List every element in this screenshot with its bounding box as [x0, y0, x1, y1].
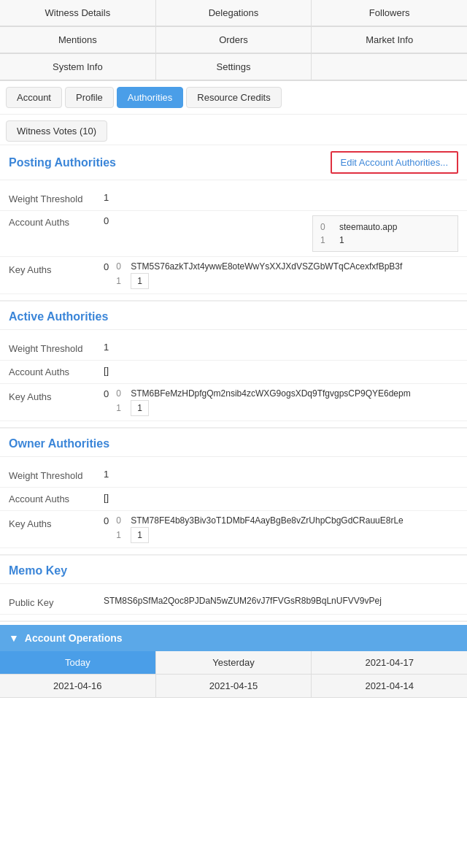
nav-row-1: Witness Details Delegations Followers [0, 0, 467, 27]
posting-account-auth-index-1: 1 [320, 235, 331, 245]
posting-account-auth-val-0: steemauto.app [339, 222, 397, 232]
tab-witness-votes[interactable]: Witness Votes (10) [6, 120, 107, 142]
posting-weight-threshold-row: Weight Threshold 1 [0, 188, 467, 211]
posting-key-auth-key-0: STM5S76azkTJxt4ywwE8oteWwYsXXJXdVSZGbWTq… [131, 261, 402, 272]
memo-public-key-label: Public Key [9, 596, 104, 608]
owner-key-auth-box-1: 1 [131, 527, 149, 543]
active-authorities-section: Active Authorities Weight Threshold 1 Ac… [0, 304, 467, 429]
tab-resource-credits[interactable]: Resource Credits [186, 87, 281, 108]
active-key-auth-box-1: 1 [131, 400, 149, 416]
nav-orders[interactable]: Orders [156, 27, 312, 53]
tab-account[interactable]: Account [6, 87, 62, 108]
owner-key-auth-row-1: 1 1 [116, 527, 404, 543]
ops-tab-2021-04-15[interactable]: 2021-04-15 [156, 675, 312, 697]
owner-key-auths-count: 0 [104, 515, 109, 526]
posting-weight-threshold-label: Weight Threshold [9, 192, 104, 204]
active-key-auth-key-0: STM6BFeMzHDpfgQm2nsib4zcWXG9ogsXDq9Tfgvg… [131, 388, 410, 399]
active-account-auths-row: Account Auths [] [0, 361, 467, 384]
ops-tab-yesterday[interactable]: Yesterday [156, 651, 312, 674]
posting-authorities-section: Posting Authorities Edit Account Authori… [0, 145, 467, 302]
nav-witness-details[interactable]: Witness Details [0, 0, 156, 26]
account-operations-header: ▼ Account Operations [0, 625, 467, 651]
active-weight-threshold-label: Weight Threshold [9, 342, 104, 354]
ops-tab-2021-04-17[interactable]: 2021-04-17 [312, 651, 467, 674]
ops-tab-today[interactable]: Today [0, 651, 156, 674]
nav-followers[interactable]: Followers [312, 0, 467, 26]
edit-account-authorities-button[interactable]: Edit Account Authorities... [331, 151, 458, 174]
memo-title: Memo Key [9, 564, 67, 577]
nav-row-3: System Info Settings [0, 54, 467, 81]
posting-account-auth-row-0: 0 steemauto.app [320, 220, 450, 234]
memo-header: Memo Key [0, 558, 467, 584]
posting-key-auths-count: 0 [104, 261, 109, 272]
active-title: Active Authorities [9, 310, 108, 323]
owner-authorities-section: Owner Authorities Weight Threshold 1 Acc… [0, 431, 467, 556]
active-header: Active Authorities [0, 304, 467, 330]
active-key-auths-label: Key Auths [9, 388, 104, 402]
nav-top: Witness Details Delegations Followers Me… [0, 0, 467, 81]
tab-authorities[interactable]: Authorities [117, 87, 183, 108]
posting-account-auth-val-1: 1 [339, 235, 344, 245]
owner-key-auth-num-0: 0 [116, 515, 126, 526]
posting-key-auth-num-0: 0 [116, 261, 126, 272]
posting-account-auth-row-1: 1 1 [320, 234, 450, 247]
owner-header: Owner Authorities [0, 431, 467, 457]
posting-key-auth-num-1: 1 [116, 276, 126, 286]
owner-weight-threshold-label: Weight Threshold [9, 469, 104, 481]
posting-account-auths-label: Account Auths [9, 215, 104, 228]
active-key-auth-row-1: 1 1 [116, 400, 410, 416]
posting-key-auth-row-0: 0 STM5S76azkTJxt4ywwE8oteWwYsXXJXdVSZGbW… [116, 261, 402, 272]
nav-delegations[interactable]: Delegations [156, 0, 312, 26]
active-key-auths-table: 0 STM6BFeMzHDpfgQm2nsib4zcWXG9ogsXDq9Tfg… [116, 388, 410, 416]
nav-system-info[interactable]: System Info [0, 54, 156, 80]
owner-key-auth-num-1: 1 [116, 530, 126, 540]
posting-key-auth-row-1: 1 1 [116, 273, 402, 289]
posting-header: Posting Authorities Edit Account Authori… [0, 145, 467, 180]
posting-account-auth-index-0: 0 [320, 222, 331, 232]
posting-title: Posting Authorities [9, 156, 116, 169]
posting-account-auths-count: 0 [104, 215, 302, 226]
main-tabs: Account Profile Authorities Resource Cre… [0, 81, 467, 115]
owner-account-auths-row: Account Auths [] [0, 488, 467, 511]
owner-account-auths-label: Account Auths [9, 492, 104, 504]
nav-row-2: Mentions Orders Market Info [0, 27, 467, 54]
active-weight-threshold-value: 1 [104, 342, 458, 353]
posting-key-auths-table: 0 STM5S76azkTJxt4ywwE8oteWwYsXXJXdVSZGbW… [116, 261, 402, 289]
posting-account-auths-row: Account Auths 0 0 steemauto.app 1 1 [0, 211, 467, 257]
owner-account-auths-value: [] [104, 492, 458, 503]
active-key-auth-num-1: 1 [116, 403, 126, 413]
ops-tab-2021-04-16[interactable]: 2021-04-16 [0, 675, 156, 697]
active-key-auth-row-0: 0 STM6BFeMzHDpfgQm2nsib4zcWXG9ogsXDq9Tfg… [116, 388, 410, 399]
nav-settings[interactable]: Settings [156, 54, 312, 80]
ops-tabs: Today Yesterday 2021-04-17 [0, 651, 467, 675]
active-account-auths-value: [] [104, 365, 458, 376]
nav-market-info[interactable]: Market Info [312, 27, 467, 53]
owner-title: Owner Authorities [9, 437, 109, 450]
posting-key-auths-label: Key Auths [9, 261, 104, 275]
ops-tab-2021-04-14[interactable]: 2021-04-14 [312, 675, 467, 697]
nav-mentions[interactable]: Mentions [0, 27, 156, 53]
account-operations-section: ▼ Account Operations Today Yesterday 202… [0, 625, 467, 698]
active-weight-threshold-row: Weight Threshold 1 [0, 337, 467, 361]
owner-key-auths-label: Key Auths [9, 515, 104, 529]
memo-public-key-row: Public Key STM8S6pSfMa2Qoc8PJDaN5wZUM26v… [0, 591, 467, 615]
posting-key-auths-row: Key Auths 0 0 STM5S76azkTJxt4ywwE8oteWwY… [0, 257, 467, 294]
posting-account-auths-table: 0 steemauto.app 1 1 [312, 215, 458, 252]
active-account-auths-label: Account Auths [9, 365, 104, 377]
owner-key-auths-table: 0 STM78FE4b8y3Biv3oT1DMbF4AayBgBe8vZrUhp… [116, 515, 404, 543]
owner-key-auths-row: Key Auths 0 0 STM78FE4b8y3Biv3oT1DMbF4Aa… [0, 511, 467, 548]
memo-public-key-value: STM8S6pSfMa2Qoc8PJDaN5wZUM26vJ7fFVGsR8b9… [104, 596, 458, 606]
owner-weight-threshold-value: 1 [104, 469, 458, 480]
memo-key-section: Memo Key Public Key STM8S6pSfMa2Qoc8PJDa… [0, 558, 467, 622]
owner-key-auth-row-0: 0 STM78FE4b8y3Biv3oT1DMbF4AayBgBe8vZrUhp… [116, 515, 404, 526]
active-key-auths-row: Key Auths 0 0 STM6BFeMzHDpfgQm2nsib4zcWX… [0, 384, 467, 421]
owner-weight-threshold-row: Weight Threshold 1 [0, 464, 467, 488]
account-operations-title: Account Operations [25, 632, 123, 644]
posting-key-auth-box-1: 1 [131, 273, 149, 289]
ops-bottom-tabs: 2021-04-16 2021-04-15 2021-04-14 [0, 675, 467, 698]
owner-key-auth-key-0: STM78FE4b8y3Biv3oT1DMbF4AayBgBe8vZrUhpCb… [131, 515, 404, 526]
witness-votes-tab-row: Witness Votes (10) [0, 115, 467, 145]
tab-profile[interactable]: Profile [65, 87, 114, 108]
active-key-auths-count: 0 [104, 388, 109, 399]
nav-empty [312, 54, 467, 80]
